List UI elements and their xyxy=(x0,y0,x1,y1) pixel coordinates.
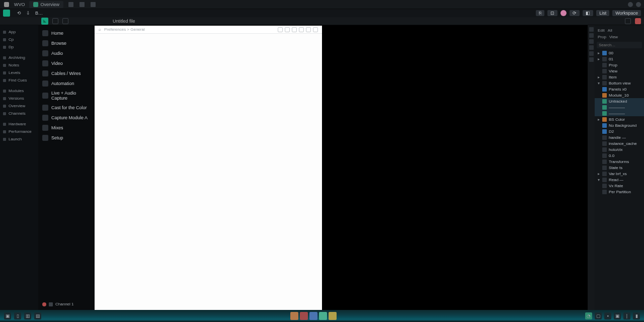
tb-right-5[interactable]: ▮ xyxy=(633,312,640,319)
activity-item-8[interactable]: Versions xyxy=(2,95,36,102)
activity-item-0[interactable]: App xyxy=(2,28,36,36)
sidebar-item-setup[interactable]: Setup xyxy=(38,133,95,143)
tb-right-3[interactable]: ▣ xyxy=(614,312,621,319)
pin-2[interactable] xyxy=(309,312,317,320)
right-item-6[interactable]: Panels x0 xyxy=(595,86,644,92)
right-item-4[interactable]: ▸Item xyxy=(595,74,644,80)
ribbon-back-button[interactable] xyxy=(52,18,58,24)
sidebar-item-video[interactable]: Video xyxy=(38,58,95,68)
tool-ic-1[interactable] xyxy=(589,33,594,38)
win-min-icon[interactable] xyxy=(628,2,633,7)
doc-tool-4[interactable] xyxy=(306,27,311,32)
menu-chip-2[interactable]: ⟳ xyxy=(570,10,580,16)
right-item-23[interactable]: Per Partition xyxy=(595,189,644,195)
sidebar-item-capA[interactable]: Capture Module A xyxy=(38,113,95,123)
doc-tool-3[interactable] xyxy=(299,27,304,32)
tb-left-3[interactable]: ▤ xyxy=(34,312,41,319)
right-tab-1[interactable]: All xyxy=(608,28,612,33)
activity-item-7[interactable]: Modules xyxy=(2,87,36,95)
menu-chip-1[interactable]: ⊡ xyxy=(547,10,557,16)
tb-left-1[interactable]: ▯ xyxy=(14,312,21,319)
sidebar-item-cable[interactable]: Cables / Wires xyxy=(38,68,95,78)
activity-item-9[interactable]: Overview xyxy=(2,102,36,110)
doc-search-icon[interactable]: ⌕ xyxy=(99,27,101,32)
document-body[interactable] xyxy=(95,34,322,310)
title-tool-3-icon[interactable] xyxy=(90,1,97,8)
activity-item-12[interactable]: Performance xyxy=(2,128,36,135)
right-item-0[interactable]: ▸00 xyxy=(595,50,644,56)
right-item-17[interactable]: 0.0 xyxy=(595,152,644,158)
right-search-input[interactable] xyxy=(597,42,642,48)
right-item-13[interactable]: D2 xyxy=(595,128,644,134)
tb-right-2[interactable]: ▪ xyxy=(604,312,611,319)
activity-item-10[interactable]: Channels xyxy=(2,110,36,117)
right-item-2[interactable]: Prop xyxy=(595,62,644,68)
activity-item-1[interactable]: Cp xyxy=(2,36,36,43)
activity-item-13[interactable]: Launch xyxy=(2,135,36,143)
right-item-21[interactable]: ▾Read — xyxy=(595,177,644,183)
win-close-icon[interactable] xyxy=(636,2,641,7)
tool-ic-2[interactable] xyxy=(589,39,594,44)
doc-breadcrumb[interactable]: Preferences > General xyxy=(104,27,145,32)
right-item-16[interactable]: holo/ctx xyxy=(595,146,644,152)
sidebar-item-cast[interactable]: Cast for the Color xyxy=(38,103,95,113)
title-tab[interactable]: Overview xyxy=(29,1,64,8)
pin-0[interactable] xyxy=(290,312,298,320)
right-item-10[interactable]: ———— xyxy=(595,110,644,116)
right-item-11[interactable]: ▸BS Color xyxy=(595,116,644,122)
ribbon-action-2[interactable] xyxy=(635,18,641,24)
tool-ic-5[interactable] xyxy=(589,57,594,62)
sidebar-item-home[interactable]: Home xyxy=(38,28,95,38)
preview-pane[interactable] xyxy=(322,26,588,310)
tool-ic-3[interactable] xyxy=(589,45,594,50)
activity-item-5[interactable]: Levels xyxy=(2,69,36,76)
right-item-5[interactable]: ▾Bottom view xyxy=(595,80,644,86)
pin-1[interactable] xyxy=(300,312,308,320)
right-item-15[interactable]: instance_cache xyxy=(595,140,644,146)
tb-right-1[interactable]: ▢ xyxy=(595,312,602,319)
activity-item-4[interactable]: Notes xyxy=(2,61,36,69)
right-tab-0[interactable]: Edit xyxy=(598,28,605,33)
sidebar-item-mix[interactable]: Mixes xyxy=(38,123,95,133)
doc-tool-5[interactable] xyxy=(313,27,318,32)
tb-right-4[interactable]: | xyxy=(623,312,630,319)
title-tool-2-icon[interactable] xyxy=(78,1,86,8)
right-item-3[interactable]: View xyxy=(595,68,644,74)
right-item-19[interactable]: State ts xyxy=(595,165,644,171)
activity-item-6[interactable]: Find Cues xyxy=(2,76,36,84)
doc-tool-0[interactable] xyxy=(278,27,283,32)
menu-chip-4[interactable]: List xyxy=(596,10,609,16)
right-item-8[interactable]: Untracked xyxy=(595,98,644,104)
right-item-22[interactable]: Vx Rate xyxy=(595,183,644,189)
pin-3[interactable] xyxy=(319,312,327,320)
right-item-20[interactable]: ▸Var brf_xs xyxy=(595,171,644,177)
pin-4[interactable] xyxy=(329,312,337,320)
tb-right-0[interactable]: ◔ xyxy=(585,312,592,319)
title-tool-1-icon[interactable] xyxy=(67,1,74,8)
menu-chip-0[interactable]: ⎘ xyxy=(536,10,544,16)
menu-chip-5[interactable]: Workspace xyxy=(612,10,641,16)
tool-ic-4[interactable] xyxy=(589,51,594,56)
right-item-7[interactable]: Module_10 xyxy=(595,92,644,98)
ribbon-logo-icon[interactable] xyxy=(41,18,48,25)
tb-left-0[interactable]: ▣ xyxy=(4,312,11,319)
tool-ic-0[interactable] xyxy=(589,27,594,32)
ribbon-action-1[interactable] xyxy=(625,18,631,24)
right-item-12[interactable]: No Background xyxy=(595,122,644,128)
sidebar-item-audio[interactable]: Audio xyxy=(38,48,95,58)
menu-item-0[interactable]: ⟲ xyxy=(17,11,21,16)
right-tab2-0[interactable]: Prop xyxy=(598,35,606,39)
sidebar-item-auto[interactable]: Automation xyxy=(38,78,95,89)
activity-item-11[interactable]: Hardware xyxy=(2,120,36,128)
ribbon-fwd-button[interactable] xyxy=(62,18,68,24)
right-item-14[interactable]: handle — xyxy=(595,134,644,140)
menu-chip-3[interactable]: ◧ xyxy=(583,10,593,16)
activity-item-3[interactable]: Archiving xyxy=(2,54,36,61)
right-item-9[interactable]: ———— xyxy=(595,104,644,110)
sidebar-item-folder[interactable]: Browse xyxy=(38,38,95,48)
right-item-18[interactable]: Transforms xyxy=(595,158,644,165)
doc-tool-1[interactable] xyxy=(285,27,290,32)
tb-left-2[interactable]: ▥ xyxy=(24,312,31,319)
doc-tool-2[interactable] xyxy=(292,27,297,32)
sidebar-item-live[interactable]: Live + Audio Capture xyxy=(38,89,95,103)
